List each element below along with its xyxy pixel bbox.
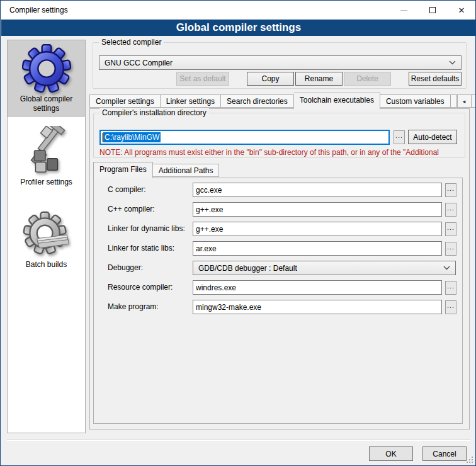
main-tab-bar: Compiler settings Linker settings Search… xyxy=(89,93,471,109)
installation-directory-input[interactable]: C:\raylib\MinGW xyxy=(99,130,390,145)
tab-additional-paths[interactable]: Additional Paths xyxy=(153,164,220,177)
caliper-icon xyxy=(22,126,71,176)
browse-directory-button[interactable]: ... xyxy=(394,130,405,144)
title-bar: Compiler settings ✕ xyxy=(1,1,476,20)
debugger-label: Debugger: xyxy=(108,261,143,275)
sidebar-item-label: Batch builds xyxy=(10,260,82,270)
program-files-tab-bar: Program Files Additional Paths xyxy=(93,162,463,178)
tab-toolchain-executables[interactable]: Toolchain executables xyxy=(294,93,380,109)
close-button[interactable]: ✕ xyxy=(447,1,476,20)
tab-scroll-right-button[interactable]: ▸ xyxy=(472,94,476,108)
sidebar-item-batch-builds[interactable]: Batch builds xyxy=(8,207,85,273)
linker-dynamic-label: Linker for dynamic libs: xyxy=(108,222,185,236)
c-compiler-browse-button[interactable]: ... xyxy=(445,183,456,197)
resize-grip[interactable] xyxy=(467,457,473,463)
installation-directory-legend: Compiler's installation directory xyxy=(99,108,209,118)
cpp-compiler-input[interactable] xyxy=(193,202,442,217)
cancel-button[interactable]: Cancel xyxy=(422,446,467,461)
sidebar-item-label: Profiler settings xyxy=(10,178,82,187)
linker-static-label: Linker for static libs: xyxy=(108,241,174,256)
debugger-select[interactable]: GDB/CDB debugger : Default xyxy=(193,261,456,275)
selected-compiler-legend: Selected compiler xyxy=(99,38,164,47)
debugger-select-value: GDB/CDB debugger : Default xyxy=(198,264,297,273)
settings-category-sidebar: Global compiler settings Profiler settin… xyxy=(7,40,86,433)
resource-compiler-browse-button[interactable]: ... xyxy=(445,281,456,295)
tab-program-files[interactable]: Program Files xyxy=(93,162,153,178)
cpp-compiler-label: C++ compiler: xyxy=(108,202,155,217)
c-compiler-label: C compiler: xyxy=(108,183,146,197)
maximize-button[interactable] xyxy=(418,1,447,20)
ok-button[interactable]: OK xyxy=(369,446,413,461)
installation-directory-value: C:\raylib\MinGW xyxy=(103,132,161,142)
auto-detect-button[interactable]: Auto-detect xyxy=(408,130,457,144)
chevron-down-icon xyxy=(443,266,450,270)
copy-button[interactable]: Copy xyxy=(247,72,294,86)
tab-scroll-left-button[interactable]: ◂ xyxy=(457,94,472,108)
make-program-browse-button[interactable]: ... xyxy=(445,300,456,314)
window-title: Compiler settings xyxy=(9,1,68,20)
tab-custom-variables[interactable]: Custom variables xyxy=(380,94,451,108)
footer-divider xyxy=(7,440,470,441)
set-as-default-button[interactable]: Set as default xyxy=(176,72,229,86)
resource-compiler-label: Resource compiler: xyxy=(108,280,173,295)
program-files-panel: C compiler: ... C++ compiler: ... Linker… xyxy=(93,178,463,424)
compiler-settings-dialog: Compiler settings ✕ Global compiler sett… xyxy=(0,0,476,466)
selected-compiler-group: Selected compiler GNU GCC Compiler Set a… xyxy=(93,42,467,89)
installation-directory-group: Compiler's installation directory C:\ray… xyxy=(93,113,465,158)
linker-dynamic-browse-button[interactable]: ... xyxy=(445,222,456,236)
minimize-button[interactable] xyxy=(389,1,418,20)
c-compiler-input[interactable] xyxy=(193,183,442,197)
page-title: Global compiler settings xyxy=(1,20,476,36)
scroll-left-icon: ◂ xyxy=(463,98,466,105)
linker-static-input[interactable] xyxy=(193,241,442,256)
tab-search-directories[interactable]: Search directories xyxy=(221,94,294,108)
compiler-select-value: GNU GCC Compiler xyxy=(105,59,173,67)
chevron-down-icon xyxy=(449,60,456,65)
make-program-label: Make program: xyxy=(108,300,159,314)
tab-build-options[interactable]: Build options xyxy=(451,94,457,108)
linker-dynamic-input[interactable] xyxy=(193,222,442,236)
tab-scroll-arrows: ◂ ▸ xyxy=(457,94,476,108)
tab-linker-settings[interactable]: Linker settings xyxy=(161,94,221,108)
rename-button[interactable]: Rename xyxy=(295,72,343,86)
sidebar-item-profiler-settings[interactable]: Profiler settings xyxy=(8,122,85,191)
minimize-icon xyxy=(400,10,407,11)
make-program-input[interactable] xyxy=(193,300,442,314)
bin-subdirectory-note: NOTE: All programs must exist either in … xyxy=(99,148,464,157)
sidebar-item-global-compiler-settings[interactable]: Global compiler settings xyxy=(8,40,85,117)
delete-button[interactable]: Delete xyxy=(344,72,391,86)
maximize-icon xyxy=(429,7,436,13)
blue-gear-icon xyxy=(22,44,71,93)
cpp-compiler-browse-button[interactable]: ... xyxy=(445,203,456,217)
resource-compiler-input[interactable] xyxy=(193,280,442,295)
sidebar-item-label: Global compiler settings xyxy=(10,94,82,113)
tab-compiler-settings[interactable]: Compiler settings xyxy=(89,94,161,108)
linker-static-browse-button[interactable]: ... xyxy=(445,242,456,256)
reset-defaults-button[interactable]: Reset defaults xyxy=(409,72,462,86)
gray-gear-stack-icon xyxy=(23,211,71,259)
compiler-select[interactable]: GNU GCC Compiler xyxy=(99,55,462,70)
close-icon: ✕ xyxy=(458,6,465,15)
